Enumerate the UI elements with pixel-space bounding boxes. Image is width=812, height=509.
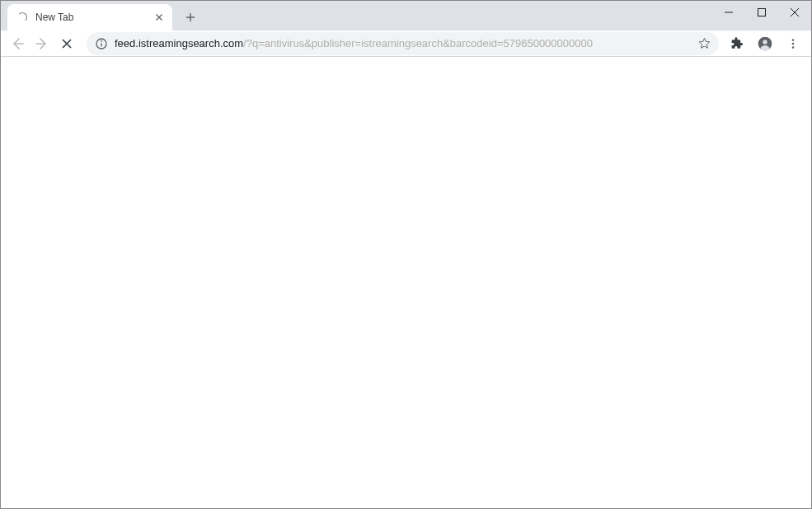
close-icon [62,39,72,49]
svg-point-7 [792,46,795,49]
site-info-button[interactable] [95,37,108,50]
profile-button[interactable] [753,32,777,55]
window-controls [712,1,811,31]
extensions-button[interactable] [725,32,749,55]
plus-icon [185,12,195,22]
svg-point-6 [792,42,795,45]
page-content [1,57,811,508]
tab-strip: New Tab [1,1,811,31]
info-icon [96,38,107,49]
account-icon [757,35,773,52]
toolbar-actions [725,32,806,55]
maximize-button[interactable] [745,1,778,24]
svg-point-5 [792,39,795,41]
url-path: /?q=antivirus&publisher=istreamingsearch… [243,37,593,49]
minimize-icon [725,8,733,16]
forward-button[interactable] [31,32,54,55]
url-text: feed.istreamingsearch.com/?q=antivirus&p… [115,37,697,49]
tab-title: New Tab [35,12,153,23]
window-close-button[interactable] [778,1,811,24]
bookmark-button[interactable] [697,37,711,50]
toolbar: feed.istreamingsearch.com/?q=antivirus&p… [1,31,811,57]
svg-point-2 [101,40,102,42]
loading-spinner-icon [16,11,29,24]
back-button[interactable] [6,32,29,55]
close-icon [156,14,162,21]
url-domain: feed.istreamingsearch.com [115,37,243,49]
new-tab-button[interactable] [179,6,202,29]
svg-point-4 [763,40,767,44]
stop-reload-button[interactable] [55,32,78,55]
minimize-button[interactable] [712,1,745,24]
close-tab-button[interactable] [153,11,166,24]
svg-rect-0 [758,9,766,16]
maximize-icon [758,8,766,16]
kebab-menu-icon [787,38,799,49]
arrow-left-icon [11,37,24,50]
browser-tab[interactable]: New Tab [7,4,172,31]
arrow-right-icon [35,37,49,50]
puzzle-icon [731,37,744,49]
star-icon [698,37,711,49]
menu-button[interactable] [781,32,805,55]
close-icon [791,8,799,16]
address-bar[interactable]: feed.istreamingsearch.com/?q=antivirus&p… [87,32,719,55]
